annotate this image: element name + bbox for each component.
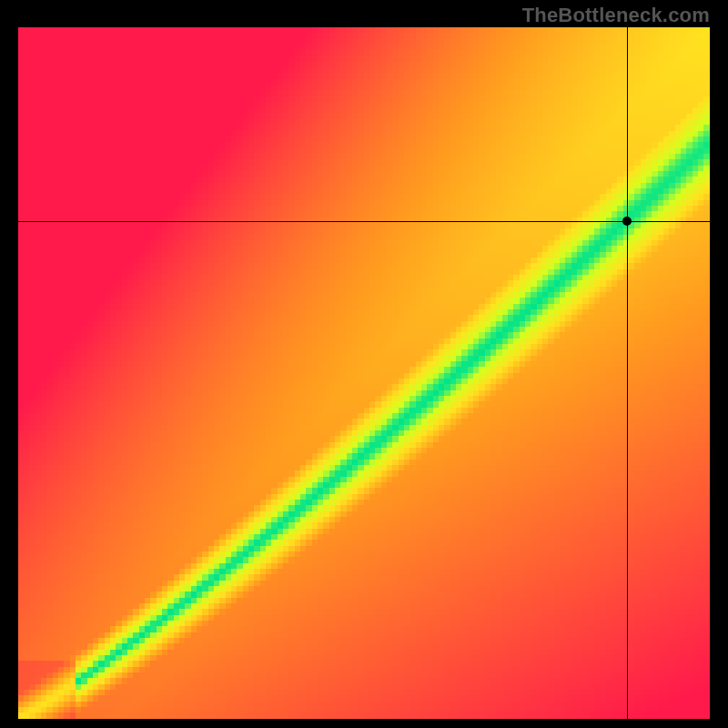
watermark-text: TheBottleneck.com bbox=[522, 4, 710, 27]
chart-frame: TheBottleneck.com bbox=[0, 0, 728, 728]
heatmap-plot bbox=[18, 27, 710, 719]
heatmap-canvas bbox=[18, 27, 710, 719]
